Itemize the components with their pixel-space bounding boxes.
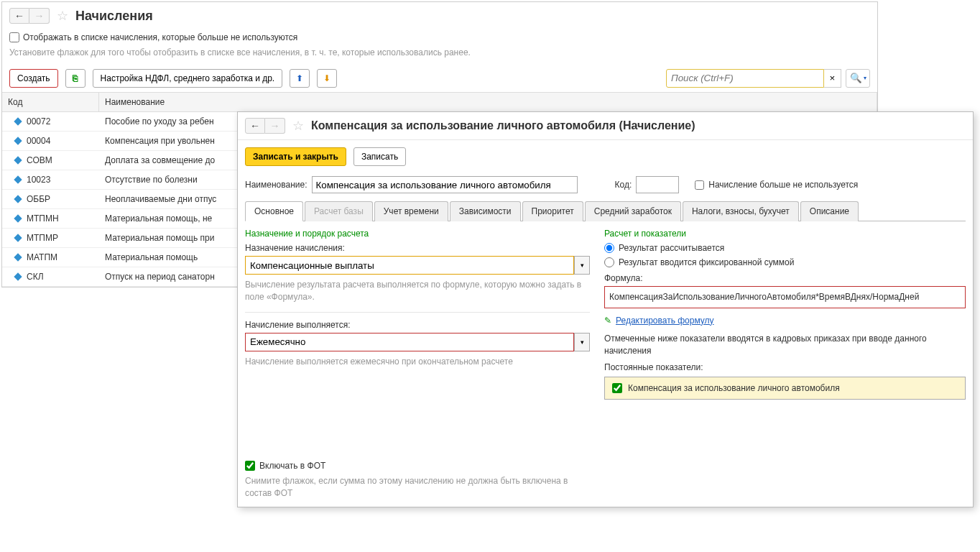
purpose-dropdown-toggle[interactable]: ▾ — [574, 256, 590, 275]
item-icon — [14, 137, 22, 144]
search-icon: 🔍 — [850, 73, 862, 83]
purpose-dropdown[interactable] — [245, 256, 574, 275]
row-code: ОББР — [27, 194, 50, 204]
row-code: СКЛ — [27, 272, 44, 282]
tabs-container: ОсновноеРасчет базыУчет времениЗависимос… — [245, 201, 966, 221]
radio-result-calc-label: Результат рассчитывается — [619, 243, 724, 253]
tab-6[interactable]: Налоги, взносы, бухучет — [683, 201, 799, 221]
row-code: СОВМ — [27, 155, 52, 165]
tab-1[interactable]: Расчет базы — [305, 201, 373, 221]
back-button[interactable] — [9, 8, 29, 24]
copy-plus-icon: ⎘ — [73, 73, 78, 83]
item-icon — [14, 175, 22, 183]
tab-0[interactable]: Основное — [245, 201, 303, 221]
search-trigger-button[interactable]: 🔍▾ — [846, 69, 870, 88]
save-close-button[interactable]: Записать и закрыть — [245, 147, 346, 166]
tab-3[interactable]: Зависимости — [450, 201, 521, 221]
radio-result-fixed[interactable] — [604, 257, 614, 267]
dialog-back-button[interactable] — [245, 118, 265, 134]
name-label: Наименование: — [245, 180, 308, 190]
row-code: 10023 — [27, 175, 50, 185]
show-unused-hint: Установите флажок для того чтобы отобраз… — [2, 45, 877, 65]
arrow-left-icon — [14, 10, 24, 22]
arrow-right-icon — [34, 10, 45, 22]
item-icon — [14, 117, 22, 125]
arrow-down-icon: ⬇ — [323, 73, 330, 83]
section-calc-title: Расчет и показатели — [604, 229, 966, 239]
unused-checkbox[interactable] — [695, 180, 704, 190]
arrow-right-icon — [270, 120, 280, 132]
dialog-forward-button[interactable] — [265, 118, 285, 134]
col-header-name[interactable]: Наименование — [99, 93, 877, 111]
radio-result-fixed-label: Результат вводится фиксированной суммой — [619, 257, 794, 267]
create-button[interactable]: Создать — [9, 69, 58, 88]
chevron-down-icon: ▾ — [581, 262, 584, 269]
star-icon[interactable]: ☆ — [292, 118, 304, 134]
arrow-left-icon — [250, 120, 260, 132]
page-title: Начисления — [75, 9, 153, 24]
star-icon[interactable]: ☆ — [57, 8, 68, 24]
arrow-up-icon: ⬆ — [296, 73, 303, 83]
move-up-button[interactable]: ⬆ — [290, 69, 310, 88]
settings-button[interactable]: Настройка НДФЛ, среднего заработка и др. — [93, 69, 283, 88]
forward-button[interactable] — [29, 8, 50, 24]
item-icon — [14, 195, 22, 203]
copy-button[interactable]: ⎘ — [65, 69, 85, 88]
show-unused-label: Отображать в списке начисления, которые … — [23, 32, 297, 42]
formula-label: Формула: — [604, 273, 966, 283]
item-icon — [14, 234, 22, 242]
search-input[interactable] — [666, 69, 824, 88]
save-button[interactable]: Записать — [353, 147, 406, 166]
tab-2[interactable]: Учет времени — [374, 201, 448, 221]
row-code: 00004 — [27, 136, 50, 146]
tab-7[interactable]: Описание — [800, 201, 859, 221]
show-unused-checkbox[interactable] — [9, 32, 19, 42]
code-label: Код: — [615, 180, 632, 190]
radio-result-calc[interactable] — [604, 243, 614, 253]
item-icon — [14, 253, 22, 261]
main-header: ☆ Начисления — [2, 2, 877, 29]
search-clear-button[interactable]: × — [824, 69, 841, 88]
col-header-code[interactable]: Код — [2, 93, 99, 111]
item-icon — [14, 214, 22, 222]
section-purpose-title: Назначение и порядок расчета — [245, 229, 590, 239]
purpose-hint: Вычисление результата расчета выполняетс… — [245, 279, 590, 289]
code-input[interactable] — [636, 176, 679, 193]
name-input[interactable] — [312, 176, 578, 193]
dialog-title: Компенсация за использование личного авт… — [311, 119, 695, 132]
row-code: МТПМН — [27, 213, 59, 224]
row-code: МАТПМ — [27, 252, 57, 262]
item-icon — [14, 272, 22, 280]
row-code: 00072 — [27, 116, 50, 126]
item-icon — [14, 156, 22, 164]
accrual-dialog: ☆ Компенсация за использование личного а… — [237, 111, 974, 289]
tab-5[interactable]: Средний заработок — [585, 201, 681, 221]
chevron-down-icon: ▾ — [864, 75, 866, 81]
unused-label: Начисление больше не используется — [708, 180, 858, 190]
tab-4[interactable]: Приоритет — [522, 201, 583, 221]
row-code: МТПМР — [27, 233, 58, 243]
purpose-label: Назначение начисления: — [245, 243, 590, 253]
move-down-button[interactable]: ⬇ — [317, 69, 337, 88]
formula-box: КомпенсацияЗаИспользованиеЛичногоАвтомоб… — [604, 286, 966, 289]
